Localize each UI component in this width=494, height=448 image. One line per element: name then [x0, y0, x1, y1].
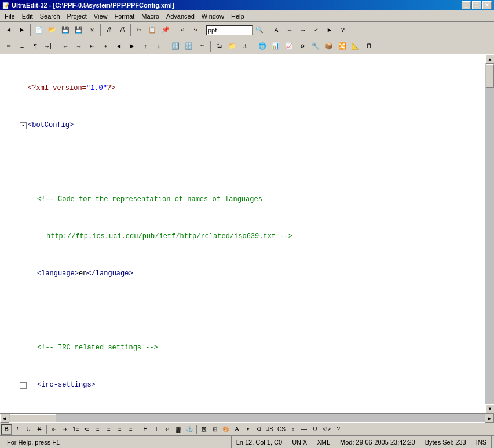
align-right-button[interactable]: ≡	[115, 424, 125, 435]
tb-macro[interactable]: ▶	[323, 24, 336, 37]
tb2-13[interactable]: 🔠	[169, 40, 182, 53]
tb2-27[interactable]: 🗒	[363, 40, 375, 53]
tb-style[interactable]: ✦	[243, 424, 253, 435]
menu-edit[interactable]: Edit	[19, 12, 36, 21]
scroll-up-button[interactable]: ▲	[485, 54, 494, 64]
tb2-12[interactable]: ↓	[152, 40, 165, 53]
menu-format[interactable]: Format	[111, 12, 138, 21]
tb2-20[interactable]: 📊	[269, 40, 282, 53]
scroll-track[interactable]	[485, 64, 494, 404]
menu-search[interactable]: Search	[36, 12, 64, 21]
tb2-5[interactable]: ←	[59, 40, 72, 53]
align-center-button[interactable]: ≡	[104, 424, 114, 435]
tb2-16[interactable]: 🗂	[213, 40, 225, 53]
tb-html5[interactable]: ⚓	[184, 424, 195, 435]
tb-css[interactable]: CS	[276, 424, 287, 435]
tb-cut[interactable]: ✂	[133, 24, 145, 37]
tb2-26[interactable]: 📐	[349, 40, 362, 53]
tb2-18[interactable]: ⚓	[239, 40, 252, 53]
tb2-22[interactable]: ⚙	[296, 40, 309, 53]
vertical-scrollbar[interactable]: ▲ ▼	[485, 54, 494, 413]
maximize-button[interactable]: □	[472, 1, 481, 9]
horizontal-scrollbar[interactable]: ◄ ►	[0, 413, 494, 422]
tb-html1[interactable]: H	[140, 424, 151, 435]
close-button[interactable]: ✕	[482, 1, 492, 9]
tb-help2[interactable]: ?	[333, 424, 343, 435]
search-input[interactable]	[206, 25, 253, 35]
tb-undo[interactable]: ↩	[176, 24, 189, 37]
fold-btn-1[interactable]: -	[20, 122, 27, 129]
tb-special[interactable]: Ω	[310, 424, 320, 435]
tb-hr[interactable]: —	[299, 424, 309, 435]
outdent-button[interactable]: ⇥	[60, 424, 70, 435]
tb2-11[interactable]: ↑	[139, 40, 152, 53]
tb-paste[interactable]: 📌	[159, 24, 172, 37]
tb-js[interactable]: JS	[265, 424, 275, 435]
tb2-25[interactable]: 🔀	[336, 40, 349, 53]
tb-php[interactable]: ⚙	[254, 424, 264, 435]
align-justify-button[interactable]: ≡	[126, 424, 136, 435]
menu-advanced[interactable]: Advanced	[163, 12, 198, 21]
tb2-19[interactable]: 🌐	[256, 40, 269, 53]
menu-project[interactable]: Project	[64, 12, 90, 21]
underline-button[interactable]: U	[23, 424, 34, 435]
scroll-thumb[interactable]	[486, 64, 494, 88]
tb-print2[interactable]: 🖨	[116, 24, 129, 37]
tb-html2[interactable]: T	[151, 424, 162, 435]
italic-button[interactable]: I	[12, 424, 23, 435]
scroll-down-button[interactable]: ▼	[485, 404, 494, 413]
tb-comment[interactable]: <!>	[321, 424, 332, 435]
tb-font[interactable]: A	[232, 424, 242, 435]
tb-close[interactable]: ✕	[86, 24, 98, 37]
fold-btn-2[interactable]: -	[20, 382, 27, 389]
menu-file[interactable]: File	[1, 12, 19, 21]
tb-copy[interactable]: 📋	[146, 24, 159, 37]
tb2-2[interactable]: ≡	[16, 40, 28, 53]
strikethrough-button[interactable]: S	[34, 424, 45, 435]
tb-replace[interactable]: ↔	[283, 24, 296, 37]
tb-search[interactable]: 🔍	[253, 24, 266, 37]
tb-save[interactable]: 💾	[59, 24, 72, 37]
list-ul-button[interactable]: •≡	[82, 424, 92, 435]
tb-new[interactable]: 📄	[32, 24, 45, 37]
tb2-7[interactable]: ⇤	[86, 40, 98, 53]
tb2-15[interactable]: ~	[196, 40, 208, 53]
indent-button[interactable]: ⇤	[49, 424, 59, 435]
bold-button[interactable]: B	[1, 424, 12, 435]
tb2-24[interactable]: 📦	[323, 40, 335, 53]
tb-save-all[interactable]: 💾	[72, 24, 85, 37]
tb2-17[interactable]: 📁	[226, 40, 239, 53]
tb2-1[interactable]: ⌨	[2, 40, 15, 53]
menu-view[interactable]: View	[90, 12, 111, 21]
tb-find[interactable]: A	[270, 24, 283, 37]
tb2-8[interactable]: ⇥	[99, 40, 112, 53]
tb2-10[interactable]: ►	[126, 40, 138, 53]
tb2-9[interactable]: ◄	[112, 40, 125, 53]
hscroll-track[interactable]	[9, 414, 485, 422]
tb2-23[interactable]: 🔧	[309, 40, 322, 53]
menu-help[interactable]: Help	[228, 12, 248, 21]
tb2-6[interactable]: →	[72, 40, 85, 53]
hscroll-thumb[interactable]	[10, 414, 56, 422]
menu-window[interactable]: Window	[198, 12, 228, 21]
tb-print[interactable]: 🖨	[103, 24, 115, 37]
tb-spell[interactable]: ✓	[310, 24, 323, 37]
tb-html4[interactable]: ▓	[173, 424, 184, 435]
tb2-4[interactable]: →|	[42, 40, 55, 53]
tb-color[interactable]: 🎨	[221, 424, 231, 435]
tb-br[interactable]: ↕	[288, 424, 298, 435]
tb-goto[interactable]: →	[297, 24, 309, 37]
tb2-21[interactable]: 📈	[283, 40, 295, 53]
scroll-right-button[interactable]: ►	[485, 414, 494, 423]
tb-html3[interactable]: ↵	[162, 424, 173, 435]
tb2-3[interactable]: ¶	[29, 40, 42, 53]
tb-redo[interactable]: ↪	[189, 24, 202, 37]
tb2-14[interactable]: 🔡	[182, 40, 195, 53]
menu-macro[interactable]: Macro	[138, 12, 163, 21]
tb-img[interactable]: 🖼	[199, 424, 209, 435]
tb-help[interactable]: ?	[336, 24, 349, 37]
tb-open[interactable]: 📂	[46, 24, 58, 37]
tb-back[interactable]: ◄	[2, 24, 15, 37]
minimize-button[interactable]: _	[462, 1, 471, 9]
align-left-button[interactable]: ≡	[93, 424, 103, 435]
